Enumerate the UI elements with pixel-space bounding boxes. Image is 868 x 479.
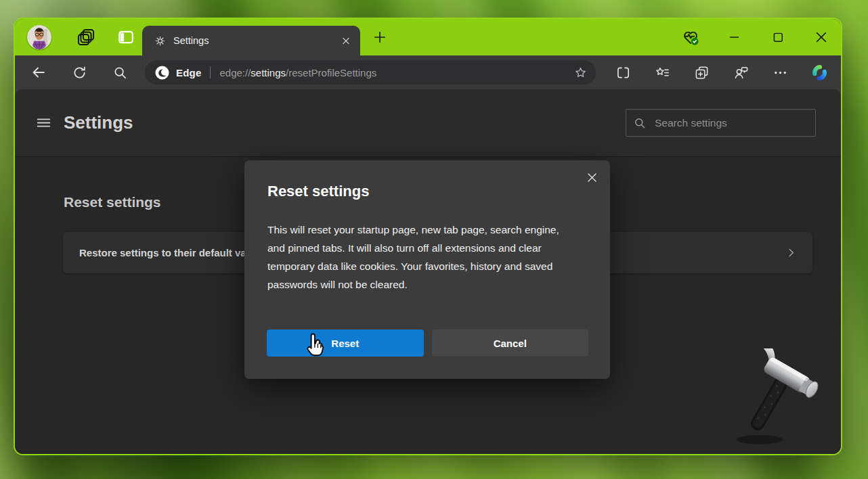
hammer-graphic — [733, 348, 836, 447]
dialog-close-icon[interactable] — [581, 166, 603, 188]
new-tab-button[interactable] — [370, 27, 390, 47]
url-text: edge://settings/resetProfileSettings — [219, 67, 376, 78]
search-button[interactable] — [106, 59, 134, 86]
tab-strip: Settings — [15, 19, 841, 55]
collections-icon[interactable] — [688, 59, 715, 86]
settings-search-input[interactable] — [653, 116, 808, 130]
favorites-icon[interactable] — [649, 59, 676, 86]
dialog-buttons: Reset Cancel — [267, 329, 588, 357]
minimize-button[interactable] — [724, 27, 745, 47]
reset-dialog: Reset settings This will reset your star… — [244, 160, 610, 379]
workspaces-icon[interactable] — [74, 26, 97, 49]
settings-search-box[interactable] — [626, 109, 816, 137]
feedback-icon[interactable] — [727, 59, 754, 86]
cancel-button[interactable]: Cancel — [432, 329, 589, 357]
hamburger-icon[interactable] — [31, 111, 56, 135]
address-separator — [210, 66, 211, 78]
search-icon — [633, 116, 647, 130]
toolbar: Edge edge://settings/resetProfileSetting… — [15, 55, 841, 89]
page-title: Settings — [64, 112, 133, 133]
tab-close-icon[interactable] — [337, 32, 355, 49]
profile-avatar[interactable] — [27, 25, 51, 49]
browser-window: Settings — [15, 19, 841, 454]
window-controls — [680, 26, 831, 48]
tab-preview-icon[interactable] — [115, 26, 137, 48]
refresh-button[interactable] — [65, 59, 93, 86]
url-scheme: edge:// — [219, 67, 251, 78]
favorite-star-icon[interactable] — [569, 61, 592, 84]
address-bar[interactable]: Edge edge://settings/resetProfileSetting… — [145, 60, 596, 85]
url-host: settings — [251, 67, 286, 78]
toolbar-right-buttons — [609, 59, 833, 86]
close-button[interactable] — [811, 27, 831, 47]
nav-buttons — [24, 59, 134, 86]
copilot-icon[interactable] — [806, 59, 833, 86]
tab-label: Settings — [173, 35, 337, 46]
maximize-button[interactable] — [768, 27, 788, 47]
avatar-image — [27, 25, 51, 49]
chevron-right-icon — [785, 246, 798, 259]
back-button[interactable] — [24, 59, 53, 86]
more-icon[interactable] — [766, 59, 794, 86]
split-screen-icon[interactable] — [609, 59, 636, 86]
dialog-body: This will reset your startup page, new t… — [267, 221, 578, 294]
dialog-title: Reset settings — [267, 183, 369, 200]
settings-header: Settings — [15, 89, 841, 157]
url-path: /resetProfileSettings — [286, 67, 376, 78]
edge-logo — [154, 65, 170, 81]
gear-icon — [154, 35, 166, 47]
reset-button[interactable]: Reset — [267, 329, 424, 357]
tab-settings[interactable]: Settings — [142, 26, 360, 55]
edge-label: Edge — [176, 67, 201, 78]
section-title: Reset settings — [64, 194, 161, 210]
row-label: Restore settings to their default values — [79, 247, 267, 258]
browser-essentials-icon[interactable] — [680, 26, 701, 48]
